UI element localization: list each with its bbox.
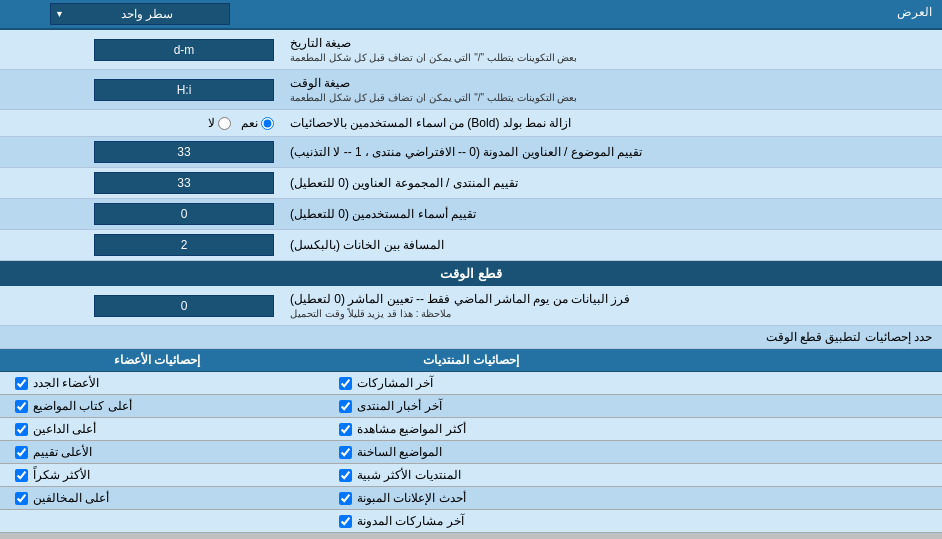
checkbox-member-2[interactable] <box>15 423 28 436</box>
member-col-2: أعلى الداعين <box>0 420 324 438</box>
empty-col-6 <box>648 512 942 530</box>
order-users-input-cell <box>0 199 280 229</box>
cutoff-input-cell <box>0 286 280 325</box>
header-forum-stats: إحصائيات المنتديات <box>314 353 628 367</box>
header-label: العرض <box>280 0 942 28</box>
empty-col-3 <box>648 443 942 461</box>
checkbox-forum-5[interactable] <box>339 492 352 505</box>
forum-col-1: آخر أخبار المنتدى <box>324 397 648 415</box>
date-format-label: صيغة التاريخ بعض التكوينات يتطلب "/" الت… <box>280 30 942 69</box>
limit-label: حدد إحصائيات لتطبيق قطع الوقت <box>10 330 932 344</box>
order-forum-input-cell <box>0 168 280 198</box>
forum-col-4: المنتديات الأكثر شبية <box>324 466 648 484</box>
order-topics-input[interactable] <box>94 141 274 163</box>
gap-entries-input[interactable] <box>94 234 274 256</box>
header-empty-col <box>628 353 942 367</box>
time-format-input[interactable] <box>94 79 274 101</box>
empty-col-4 <box>648 466 942 484</box>
checkbox-member-4[interactable] <box>15 469 28 482</box>
checkbox-forum-1[interactable] <box>339 400 352 413</box>
order-topics-input-cell <box>0 137 280 167</box>
member-col-3: الأعلى تقييم <box>0 443 324 461</box>
checkbox-row-0: آخر المشاركات الأعضاء الجدد <box>0 372 942 395</box>
header-member-stats: إحصائيات الأعضاء <box>0 353 314 367</box>
member-col-0: الأعضاء الجدد <box>0 374 324 392</box>
section-cutoff-header: قطع الوقت <box>0 261 942 286</box>
checkbox-row-4: المنتديات الأكثر شبية الأكثر شكراً <box>0 464 942 487</box>
forum-col-3: المواضيع الساخنة <box>324 443 648 461</box>
checkbox-row-1: آخر أخبار المنتدى أعلى كتاب المواضيع <box>0 395 942 418</box>
forum-col-0: آخر المشاركات <box>324 374 648 392</box>
date-format-input[interactable] <box>94 39 274 61</box>
checkboxes-header: إحصائيات المنتديات إحصائيات الأعضاء <box>0 349 942 372</box>
cutoff-input[interactable] <box>94 295 274 317</box>
member-col-6 <box>0 512 324 530</box>
bold-remove-input-cell: نعم لا <box>0 110 280 136</box>
gap-entries-label: المسافة بين الخانات (بالبكسل) <box>280 230 942 260</box>
order-users-label: تقييم أسماء المستخدمين (0 للتعطيل) <box>280 199 942 229</box>
order-users-input[interactable] <box>94 203 274 225</box>
member-col-4: الأكثر شكراً <box>0 466 324 484</box>
limit-row: حدد إحصائيات لتطبيق قطع الوقت <box>0 326 942 349</box>
checkbox-row-6: آخر مشاركات المدونة <box>0 510 942 533</box>
checkbox-forum-0[interactable] <box>339 377 352 390</box>
time-format-label: صيغة الوقت بعض التكوينات يتطلب "/" التي … <box>280 70 942 109</box>
order-topics-label: تقييم الموضوع / العناوين المدونة (0 -- ا… <box>280 137 942 167</box>
order-forum-input[interactable] <box>94 172 274 194</box>
radio-yes-input[interactable] <box>261 117 274 130</box>
radio-yes-label[interactable]: نعم <box>241 116 274 130</box>
checkbox-member-1[interactable] <box>15 400 28 413</box>
member-col-5: أعلى المخالفين <box>0 489 324 507</box>
date-format-input-cell <box>0 30 280 69</box>
display-select-cell: سطر واحد سطرين ثلاثة أسطر <box>0 0 280 28</box>
empty-col-5 <box>648 489 942 507</box>
checkbox-member-3[interactable] <box>15 446 28 459</box>
display-select[interactable]: سطر واحد سطرين ثلاثة أسطر <box>50 3 230 25</box>
radio-no-label[interactable]: لا <box>208 116 231 130</box>
member-col-1: أعلى كتاب المواضيع <box>0 397 324 415</box>
empty-col-1 <box>648 397 942 415</box>
forum-col-2: أكثر المواضيع مشاهدة <box>324 420 648 438</box>
cutoff-label: فرز البيانات من يوم الماشر الماضي فقط --… <box>280 286 942 325</box>
checkbox-forum-4[interactable] <box>339 469 352 482</box>
checkbox-row-2: أكثر المواضيع مشاهدة أعلى الداعين <box>0 418 942 441</box>
bold-remove-label: ازالة نمط بولد (Bold) من اسماء المستخدمي… <box>280 110 942 136</box>
checkbox-row-3: المواضيع الساخنة الأعلى تقييم <box>0 441 942 464</box>
bold-remove-radio-group: نعم لا <box>208 116 274 130</box>
order-forum-label: تقييم المنتدى / المجموعة العناوين (0 للت… <box>280 168 942 198</box>
forum-col-5: أحدث الإعلانات المبونة <box>324 489 648 507</box>
empty-col-2 <box>648 420 942 438</box>
checkbox-forum-2[interactable] <box>339 423 352 436</box>
checkbox-forum-6[interactable] <box>339 515 352 528</box>
empty-col-0 <box>648 374 942 392</box>
radio-no-input[interactable] <box>218 117 231 130</box>
checkboxes-section: حدد إحصائيات لتطبيق قطع الوقت إحصائيات ا… <box>0 326 942 534</box>
checkbox-row-5: أحدث الإعلانات المبونة أعلى المخالفين <box>0 487 942 510</box>
gap-entries-input-cell <box>0 230 280 260</box>
time-format-input-cell <box>0 70 280 109</box>
checkbox-forum-3[interactable] <box>339 446 352 459</box>
forum-col-6: آخر مشاركات المدونة <box>324 512 648 530</box>
checkbox-member-0[interactable] <box>15 377 28 390</box>
checkbox-member-5[interactable] <box>15 492 28 505</box>
